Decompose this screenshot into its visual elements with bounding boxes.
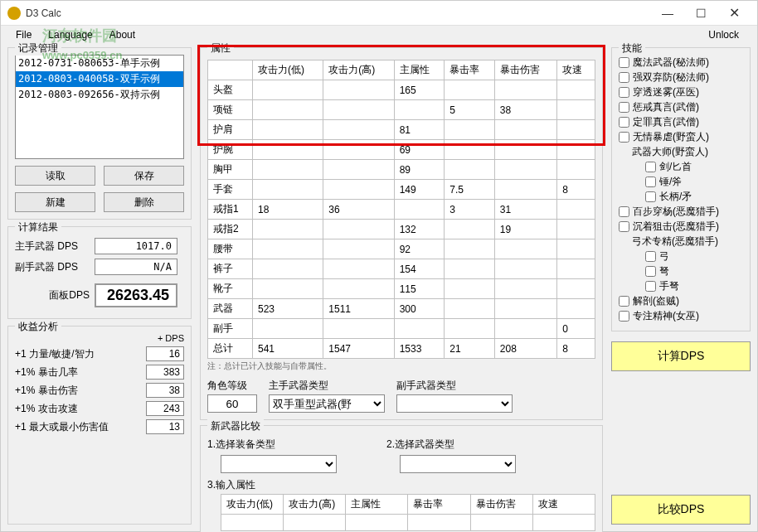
attr-cell[interactable] <box>494 259 556 279</box>
attr-cell[interactable] <box>253 120 323 140</box>
attr-cell[interactable] <box>494 120 556 140</box>
skill-checkbox[interactable] <box>645 177 656 187</box>
attr-cell[interactable] <box>445 319 495 339</box>
menu-about[interactable]: About <box>101 27 143 42</box>
read-button[interactable]: 读取 <box>15 166 95 186</box>
attr-cell[interactable] <box>323 239 394 259</box>
menu-file[interactable]: File <box>7 27 40 42</box>
attr-cell[interactable] <box>323 180 394 200</box>
attr-cell[interactable] <box>557 299 595 319</box>
attr-cell[interactable] <box>557 220 595 239</box>
attr-cell[interactable] <box>557 200 595 220</box>
skill-checkbox[interactable] <box>619 132 629 143</box>
new-cell[interactable] <box>532 515 595 531</box>
skill-checkbox[interactable] <box>645 191 656 202</box>
skill-checkbox[interactable] <box>619 57 629 68</box>
attr-cell[interactable] <box>253 220 323 239</box>
list-item[interactable]: 2012-0803-040058-双手示例 <box>16 71 183 87</box>
attr-cell[interactable] <box>494 299 556 319</box>
skill-checkbox[interactable] <box>619 102 629 113</box>
attr-cell[interactable] <box>253 100 323 120</box>
list-item[interactable]: 2012-0731-080653-单手示例 <box>16 56 183 71</box>
save-button[interactable]: 保存 <box>104 166 184 186</box>
attr-cell[interactable] <box>557 239 595 259</box>
attr-cell[interactable] <box>253 180 323 200</box>
minimize-button[interactable]: — <box>651 2 684 25</box>
attr-cell[interactable] <box>557 140 595 160</box>
attr-cell[interactable] <box>494 239 556 259</box>
calc-dps-button[interactable]: 计算DPS <box>611 341 751 371</box>
attr-cell[interactable] <box>323 319 394 339</box>
attr-cell[interactable] <box>445 80 495 100</box>
attr-cell[interactable] <box>445 140 495 160</box>
new-cell[interactable] <box>470 515 532 531</box>
attr-cell[interactable] <box>445 120 495 140</box>
attr-cell[interactable] <box>445 259 495 279</box>
skill-checkbox[interactable] <box>645 281 656 292</box>
delete-button[interactable]: 删除 <box>104 192 184 212</box>
attr-cell[interactable] <box>445 160 495 180</box>
attr-cell[interactable] <box>253 239 323 259</box>
attr-cell[interactable]: 115 <box>394 279 445 299</box>
close-button[interactable]: ✕ <box>717 2 751 25</box>
attr-cell[interactable]: 8 <box>557 180 595 200</box>
attr-cell[interactable]: 92 <box>394 239 445 259</box>
attr-cell[interactable]: 7.5 <box>445 180 495 200</box>
attr-cell[interactable]: 149 <box>394 180 445 200</box>
skill-checkbox[interactable] <box>619 311 629 322</box>
maximize-button[interactable]: ☐ <box>684 2 717 25</box>
attr-cell[interactable]: 5 <box>445 100 495 120</box>
new-cell[interactable] <box>346 515 408 531</box>
attr-cell[interactable]: 36 <box>323 200 394 220</box>
attr-cell[interactable]: 21 <box>445 339 495 359</box>
weapon-type-select[interactable] <box>400 455 516 473</box>
skill-checkbox[interactable] <box>645 251 656 262</box>
new-cell[interactable] <box>221 515 284 531</box>
attr-cell[interactable]: 89 <box>394 160 445 180</box>
compare-dps-button[interactable]: 比较DPS <box>611 495 751 525</box>
attr-cell[interactable] <box>253 160 323 180</box>
attr-cell[interactable] <box>253 319 323 339</box>
attr-cell[interactable]: 541 <box>253 339 323 359</box>
attr-cell[interactable] <box>494 279 556 299</box>
attr-cell[interactable] <box>323 80 394 100</box>
equip-type-select[interactable] <box>221 455 337 473</box>
attr-cell[interactable]: 0 <box>557 319 595 339</box>
attr-cell[interactable]: 165 <box>394 80 445 100</box>
attr-cell[interactable] <box>494 180 556 200</box>
attr-cell[interactable] <box>323 160 394 180</box>
skill-checkbox[interactable] <box>619 117 629 128</box>
new-cell[interactable] <box>284 515 346 531</box>
attr-cell[interactable]: 19 <box>494 220 556 239</box>
attr-cell[interactable] <box>494 140 556 160</box>
attr-cell[interactable] <box>557 160 595 180</box>
skill-checkbox[interactable] <box>645 266 656 277</box>
attr-cell[interactable] <box>323 259 394 279</box>
attr-cell[interactable]: 18 <box>253 200 323 220</box>
attr-cell[interactable] <box>253 279 323 299</box>
attr-cell[interactable]: 154 <box>394 259 445 279</box>
attr-cell[interactable] <box>445 279 495 299</box>
attr-cell[interactable] <box>494 319 556 339</box>
attr-cell[interactable] <box>323 120 394 140</box>
attr-cell[interactable] <box>323 220 394 239</box>
attr-cell[interactable]: 1533 <box>394 339 445 359</box>
off-type-select[interactable] <box>396 394 513 413</box>
attr-cell[interactable] <box>323 100 394 120</box>
list-item[interactable]: 2012-0803-092656-双持示例 <box>16 87 183 103</box>
attr-cell[interactable]: 31 <box>494 200 556 220</box>
attr-cell[interactable] <box>557 279 595 299</box>
attr-cell[interactable]: 132 <box>394 220 445 239</box>
main-type-select[interactable]: 双手重型武器(野 <box>269 394 385 413</box>
attr-cell[interactable]: 1547 <box>323 339 394 359</box>
new-cell[interactable] <box>408 515 470 531</box>
attr-cell[interactable] <box>253 259 323 279</box>
attr-cell[interactable] <box>494 80 556 100</box>
attr-cell[interactable] <box>323 279 394 299</box>
skill-checkbox[interactable] <box>645 162 656 172</box>
attr-cell[interactable]: 81 <box>394 120 445 140</box>
attr-cell[interactable] <box>445 299 495 319</box>
attr-cell[interactable] <box>253 80 323 100</box>
attr-cell[interactable]: 523 <box>253 299 323 319</box>
attr-cell[interactable]: 69 <box>394 140 445 160</box>
